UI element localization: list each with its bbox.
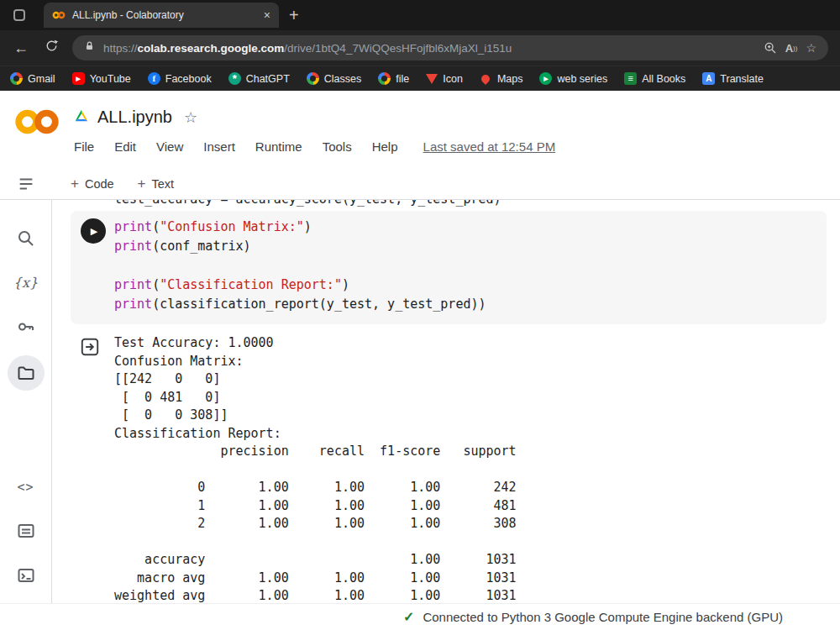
url-text: https://colab.research.google.com/drive/… <box>103 42 755 55</box>
code-snippets-icon[interactable]: <> <box>9 470 43 503</box>
table-of-contents-icon[interactable] <box>14 172 38 196</box>
facebook-icon: f <box>148 72 160 85</box>
editor-icon[interactable] <box>9 515 43 548</box>
bookmark-youtube[interactable]: ▶YouTube <box>72 72 131 85</box>
zoom-icon[interactable] <box>764 41 777 55</box>
chatgpt-icon: * <box>228 72 241 85</box>
bookmark-web-series[interactable]: ▶web series <box>539 72 607 85</box>
run-cell-button[interactable]: ▶ <box>81 218 106 244</box>
new-tab-button[interactable]: + <box>289 6 299 25</box>
code-cell[interactable]: ▶ print("Confusion Matrix:") print(conf_… <box>71 211 827 324</box>
tab-actions-button[interactable] <box>7 9 32 21</box>
notebook-scroll-area[interactable]: test_accuracy = accuracy_score(y_test, y… <box>52 200 840 603</box>
triangle-icon <box>426 74 438 84</box>
secrets-key-icon[interactable] <box>9 311 43 344</box>
bookmark-label: All Books <box>642 73 685 85</box>
bookmark-chatgpt[interactable]: *ChatGPT <box>228 72 290 85</box>
add-code-button[interactable]: +Code <box>71 176 114 192</box>
add-text-button[interactable]: +Text <box>138 176 175 192</box>
bookmark-label: Facebook <box>165 73 212 85</box>
bookmark-label: YouTube <box>90 73 131 85</box>
plus-icon: + <box>138 176 146 192</box>
bookmark-file[interactable]: file <box>378 72 409 85</box>
play-icon: ▶ <box>539 72 552 85</box>
notebook-title[interactable]: ALL.ipynb <box>97 108 172 127</box>
colab-page: ALL.ipynb ☆ FileEditViewInsertRuntimeToo… <box>0 91 840 630</box>
cell-output: Test Accuracy: 1.0000 Confusion Matrix: … <box>71 334 827 603</box>
drive-icon <box>74 108 89 126</box>
bookmarks-bar: Gmail▶YouTubefFacebook*ChatGPTClassesfil… <box>0 66 840 91</box>
google-icon <box>378 72 391 85</box>
output-icon <box>79 336 101 361</box>
book-icon: ≡ <box>624 72 637 85</box>
backend-status: Connected to Python 3 Google Compute Eng… <box>423 610 783 624</box>
play-icon: ▶ <box>91 226 97 237</box>
files-icon[interactable] <box>8 355 45 391</box>
star-notebook-icon[interactable]: ☆ <box>184 108 197 127</box>
menu-runtime[interactable]: Runtime <box>255 139 302 154</box>
bookmark-maps[interactable]: Maps <box>480 72 523 85</box>
menu-bar: FileEditViewInsertRuntimeToolsHelp Last … <box>74 139 555 154</box>
tab-title: ALL.ipynb - Colaboratory <box>72 9 257 21</box>
bookmark-all-books[interactable]: ≡All Books <box>624 72 685 85</box>
menu-view[interactable]: View <box>156 139 183 154</box>
bookmark-label: Icon <box>443 73 463 85</box>
menu-help[interactable]: Help <box>372 139 398 154</box>
menu-tools[interactable]: Tools <box>323 139 352 154</box>
connected-check-icon: ✓ <box>403 609 414 625</box>
address-toolbar: ← https://colab.research.google.com/driv… <box>0 30 840 66</box>
browser-tab-bar: ALL.ipynb - Colaboratory × + <box>0 0 840 30</box>
bookmark-classes[interactable]: Classes <box>307 72 361 85</box>
menu-file[interactable]: File <box>74 139 94 154</box>
bookmark-label: Maps <box>497 73 523 85</box>
status-bar: ✓ Connected to Python 3 Google Compute E… <box>0 603 840 630</box>
notebook-header: ALL.ipynb ☆ FileEditViewInsertRuntimeToo… <box>0 91 840 168</box>
colab-favicon-icon <box>52 10 66 20</box>
youtube-icon: ▶ <box>72 72 85 85</box>
search-icon[interactable] <box>9 223 43 255</box>
back-icon[interactable]: ← <box>12 39 30 57</box>
terminal-icon[interactable] <box>9 559 43 591</box>
tab-close-icon[interactable]: × <box>264 8 270 22</box>
bookmark-label: Gmail <box>28 73 55 85</box>
colab-logo[interactable] <box>13 108 60 139</box>
output-text: Test Accuracy: 1.0000 Confusion Matrix: … <box>114 334 827 603</box>
cell-toolbar: +Code +Text <box>0 168 840 200</box>
bookmark-gmail[interactable]: Gmail <box>10 72 55 85</box>
bookmark-icon[interactable]: Icon <box>426 73 463 85</box>
favorite-star-icon[interactable]: ☆ <box>806 41 816 55</box>
browser-tab[interactable]: ALL.ipynb - Colaboratory × <box>44 3 279 28</box>
plus-icon: + <box>71 176 79 192</box>
address-bar[interactable]: https://colab.research.google.com/drive/… <box>72 35 828 60</box>
bookmark-label: Translate <box>720 73 764 85</box>
clipped-previous-line: test_accuracy = accuracy_score(y_test, y… <box>114 200 827 209</box>
bookmark-facebook[interactable]: fFacebook <box>148 72 212 85</box>
menu-insert[interactable]: Insert <box>203 139 235 154</box>
maps-icon <box>480 72 492 85</box>
left-sidebar: {x} <> <box>0 200 52 603</box>
variables-icon[interactable]: {x} <box>9 267 43 300</box>
workspace-icon <box>13 9 25 21</box>
google-icon <box>10 72 23 85</box>
refresh-icon[interactable] <box>42 39 60 57</box>
bookmark-label: file <box>396 73 409 85</box>
bookmark-translate[interactable]: ATranslate <box>702 72 764 85</box>
google-icon <box>307 72 319 85</box>
bookmark-label: web series <box>557 73 607 85</box>
lock-icon <box>84 40 95 55</box>
read-aloud-icon[interactable]: A)) <box>785 42 798 55</box>
last-saved-link[interactable]: Last saved at 12:54 PM <box>423 139 556 154</box>
bookmark-label: Classes <box>324 73 361 85</box>
code-editor[interactable]: print("Confusion Matrix:") print(conf_ma… <box>114 218 818 314</box>
bookmark-label: ChatGPT <box>246 73 290 85</box>
translate-icon: A <box>702 72 715 85</box>
menu-edit[interactable]: Edit <box>114 139 136 154</box>
